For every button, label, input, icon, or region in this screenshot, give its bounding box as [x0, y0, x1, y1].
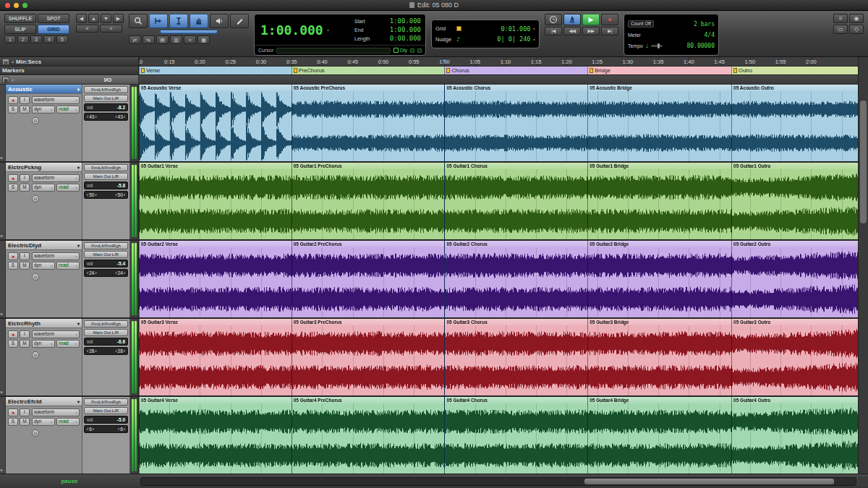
audio-region[interactable]: 05 Guitar1 Outro [731, 163, 858, 239]
zoom-arrow-button-2[interactable]: ▲ [88, 14, 99, 23]
automation-mode-button[interactable]: read▾ [56, 184, 80, 192]
playlist-expand-icon[interactable]: ▸ [1, 155, 3, 160]
play-button[interactable]: ▶ [582, 14, 600, 25]
mode-slip-button[interactable]: SLIP [4, 25, 36, 34]
audio-region[interactable]: 05 Guitar3 Bridge [587, 319, 731, 395]
selector-tool-button[interactable] [169, 14, 188, 28]
trim-tool-button[interactable] [149, 14, 168, 28]
output-path-button[interactable]: Main Out L/R [84, 173, 128, 180]
volume-display[interactable]: vol-5.8 [84, 181, 128, 189]
playlist-expand-icon[interactable]: ▸ [1, 311, 3, 316]
audio-region[interactable]: 05 Acoustic Verse [139, 85, 292, 161]
mode-shuffle-button[interactable]: SHUFFLE [4, 14, 36, 23]
marker-section-bridge[interactable]: Bridge [587, 67, 731, 74]
go-to-end-button[interactable]: ▶| [601, 27, 618, 35]
record-enable-button[interactable]: ● [8, 408, 18, 416]
grid-value[interactable]: 0:01.000 [464, 25, 530, 33]
ruler-scale-label[interactable]: Min:Secs [16, 59, 41, 65]
timeline-insertion-marker[interactable]: ▼ [441, 58, 447, 64]
track-lane[interactable]: 05 Guitar2 Verse05 Guitar2 PreChorus05 G… [139, 241, 858, 317]
audio-region[interactable]: 05 Acoustic Chorus [444, 85, 587, 161]
memory-location-5-button[interactable]: 5 [56, 35, 68, 43]
marker-section-outro[interactable]: Outro [731, 67, 858, 74]
clock-button[interactable] [545, 14, 562, 25]
audio-region[interactable]: 05 Acoustic PreChorus [292, 85, 445, 161]
pan-display[interactable]: ‹43› ‹43› [84, 113, 128, 121]
zoomer-tool-button[interactable] [129, 14, 148, 28]
volume-display[interactable]: vol-5.4 [84, 260, 128, 267]
output-meter-button[interactable]: ▭ [833, 25, 848, 34]
record-enable-button[interactable]: ● [8, 252, 18, 260]
elastic-audio-icon[interactable]: ⊙ [32, 195, 39, 202]
delay-indicator[interactable]: Dly [393, 48, 407, 53]
automation-mode-button[interactable]: read▾ [56, 418, 80, 426]
pan-display[interactable]: ‹24› ‹24› [84, 269, 128, 277]
nudge-value[interactable]: 0| 0| 240 [462, 35, 531, 43]
audio-region[interactable]: 05 Guitar4 PreChorus [292, 397, 445, 474]
count-off-button[interactable]: Count Off [628, 20, 654, 27]
solo-button[interactable]: S [8, 418, 18, 426]
pan-display[interactable]: ‹50› ‹50› [84, 191, 128, 199]
main-counter-value[interactable]: 1:00.000 [260, 22, 323, 38]
marker-section-chorus[interactable]: Chorus [444, 67, 587, 74]
length-field[interactable]: Length0:00.000 [354, 35, 421, 42]
audio-region[interactable]: 05 Acoustic Outro [731, 85, 858, 161]
chevron-down-icon[interactable]: ▾ [327, 27, 330, 33]
smart-tool-button[interactable] [160, 30, 218, 34]
solo-button[interactable]: S [8, 184, 18, 192]
input-monitor-button[interactable]: I [20, 96, 30, 104]
cursor-value-field[interactable] [276, 48, 391, 53]
elastic-audio-icon[interactable]: ⊙ [32, 429, 39, 437]
output-path-button[interactable]: Main Out L/R [84, 407, 128, 414]
track-lane[interactable]: 05 Acoustic Verse05 Acoustic PreChorus05… [139, 85, 858, 161]
input-path-button[interactable]: FrntLft/FrntRgh [84, 242, 128, 249]
markers-label[interactable]: Markers [2, 67, 25, 74]
zoom-preset-button-1[interactable]: ⇄ [129, 35, 141, 44]
playlist-expand-icon[interactable]: ▸ [1, 389, 3, 394]
track-view-selector[interactable]: waveform▾ [32, 96, 80, 104]
automation-mode-button[interactable]: read▾ [56, 262, 80, 270]
ruler-options-icon[interactable]: ▤ [2, 59, 9, 65]
meter-value[interactable]: 4/4 [705, 32, 715, 38]
talkback-button[interactable]: ◉ [849, 14, 864, 23]
track-name-button[interactable]: ElctrcRhyth ▾ [6, 319, 82, 328]
marker-lane[interactable]: VersePreChorusChorusBridgeOutro [139, 67, 858, 75]
zoom-arrow-button-3[interactable]: ▼ [101, 14, 111, 23]
zoom-preset-button-6[interactable]: ▦ [197, 35, 210, 44]
horizontal-zoom-out-button[interactable]: « [76, 25, 98, 33]
scrubber-tool-button[interactable] [210, 14, 229, 28]
record-enable-button[interactable]: ● [8, 330, 18, 338]
memory-location-4-button[interactable]: 4 [43, 35, 55, 43]
chevron-down-icon[interactable]: ▾ [12, 77, 14, 82]
track-lane[interactable]: 05 Guitar3 Verse05 Guitar3 PreChorus05 G… [139, 319, 858, 395]
solo-button[interactable]: S [8, 340, 18, 348]
audio-region[interactable]: 05 Guitar4 Chorus [444, 397, 587, 474]
ruler-tick-row[interactable]: :100:150:200:250:300:350:400:450:500:551… [139, 57, 858, 67]
track-name-button[interactable]: Acoustic ▾ [6, 85, 82, 94]
track-view-selector[interactable]: waveform▾ [32, 252, 80, 260]
marker-section-verse[interactable]: Verse [139, 67, 292, 74]
chevron-down-icon[interactable]: ▾ [532, 37, 535, 42]
solo-button[interactable]: S [8, 106, 18, 114]
record-enable-button[interactable]: ● [8, 174, 18, 182]
horizontal-scrollbar-thumb[interactable] [584, 479, 835, 484]
zoom-window-button[interactable] [22, 3, 27, 8]
input-path-button[interactable]: FrntLft/FrntRgh [84, 398, 128, 406]
mute-button[interactable]: M [20, 184, 30, 192]
solo-button[interactable]: S [8, 262, 18, 270]
output-path-button[interactable]: Main Out L/R [84, 329, 128, 336]
mode-grid-button[interactable]: GRID [38, 25, 69, 34]
audio-region[interactable]: 05 Guitar1 PreChorus [292, 163, 445, 239]
return-to-start-button[interactable]: |◀ [545, 27, 562, 35]
grid-label[interactable]: Grid [435, 25, 454, 32]
audio-region[interactable]: 05 Guitar4 Bridge [587, 397, 731, 474]
zoom-preset-button-4[interactable]: ▥ [170, 35, 182, 44]
audio-region[interactable]: 05 Guitar3 PreChorus [292, 319, 445, 395]
zoom-preset-button-5[interactable]: ≡ [184, 35, 196, 44]
audio-region[interactable]: 05 Guitar2 Outro [731, 241, 858, 317]
elastic-audio-plugin-button[interactable]: dyn▾ [32, 418, 55, 426]
input-path-button[interactable]: FrntLft/FrntRgh [84, 320, 128, 328]
minimize-window-button[interactable] [14, 3, 19, 8]
audio-region[interactable]: 05 Guitar2 PreChorus [292, 241, 445, 317]
elastic-audio-icon[interactable]: ⊙ [32, 351, 39, 359]
